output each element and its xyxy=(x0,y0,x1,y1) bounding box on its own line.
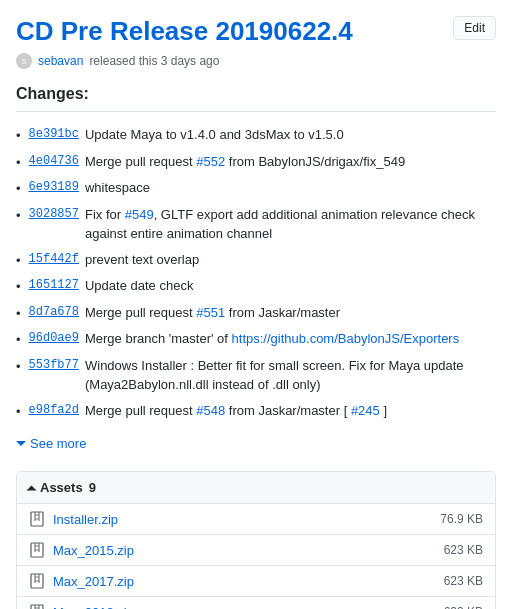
change-item: 8e391bcUpdate Maya to v1.4.0 and 3dsMax … xyxy=(16,122,496,149)
changes-list: 8e391bcUpdate Maya to v1.4.0 and 3dsMax … xyxy=(16,122,496,424)
asset-link[interactable]: Max_2015.zip xyxy=(53,543,134,558)
asset-size: 623 KB xyxy=(444,574,483,588)
assets-count: 9 xyxy=(89,480,96,495)
asset-left: Max_2015.zip xyxy=(29,542,134,558)
commit-hash[interactable]: 6e93189 xyxy=(29,178,79,196)
commit-pr-link[interactable]: #549 xyxy=(125,207,154,222)
change-item: 6e93189whitespace xyxy=(16,175,496,202)
release-meta: s sebavan released this 3 days ago xyxy=(16,53,496,69)
asset-link[interactable]: Max_2017.zip xyxy=(53,574,134,589)
edit-button[interactable]: Edit xyxy=(453,16,496,40)
asset-left: Installer.zip xyxy=(29,511,118,527)
change-item: 4e04736Merge pull request #552 from Baby… xyxy=(16,149,496,176)
commit-message: Merge pull request #548 from Jaskar/mast… xyxy=(85,401,387,421)
avatar: s xyxy=(16,53,32,69)
svg-rect-4 xyxy=(35,518,39,520)
commit-hash[interactable]: 8e391bc xyxy=(29,125,79,143)
assets-list: Installer.zip76.9 KB Max_2015.zip623 KB … xyxy=(17,504,495,609)
commit-pr-link[interactable]: #551 xyxy=(196,305,225,320)
commit-message: Merge pull request #552 from BabylonJS/d… xyxy=(85,152,405,172)
zip-icon xyxy=(29,542,45,558)
asset-link[interactable]: Max_2018.zip xyxy=(53,605,134,610)
commit-message: whitespace xyxy=(85,178,150,198)
assets-label: Assets xyxy=(40,480,83,495)
asset-row: Max_2018.zip623 KB xyxy=(17,597,495,609)
commit-message: Merge pull request #551 from Jaskar/mast… xyxy=(85,303,340,323)
release-time: released this 3 days ago xyxy=(89,54,219,68)
change-item: 3028857Fix for #549, GLTF export add add… xyxy=(16,202,496,247)
asset-left: Max_2017.zip xyxy=(29,573,134,589)
commit-hash[interactable]: e98fa2d xyxy=(29,401,79,419)
asset-row: Installer.zip76.9 KB xyxy=(17,504,495,535)
asset-row: Max_2017.zip623 KB xyxy=(17,566,495,597)
see-more-label: See more xyxy=(30,436,86,451)
assets-header[interactable]: Assets 9 xyxy=(17,472,495,504)
changes-section: Changes: 8e391bcUpdate Maya to v1.4.0 an… xyxy=(16,85,496,455)
commit-hash[interactable]: 96d0ae9 xyxy=(29,329,79,347)
change-item: 553fb77Windows Installer : Better fit fo… xyxy=(16,353,496,398)
commit-hash[interactable]: 3028857 xyxy=(29,205,79,223)
commit-message: Update Maya to v1.4.0 and 3dsMax to v1.5… xyxy=(85,125,344,145)
change-item: e98fa2dMerge pull request #548 from Jask… xyxy=(16,398,496,425)
asset-left: Max_2018.zip xyxy=(29,604,134,609)
commit-hash[interactable]: 1651127 xyxy=(29,276,79,294)
release-title: CD Pre Release 20190622.4 xyxy=(16,16,496,47)
commit-hash[interactable]: 4e04736 xyxy=(29,152,79,170)
changes-title: Changes: xyxy=(16,85,496,112)
commit-pr-link[interactable]: #552 xyxy=(196,154,225,169)
commit-hash[interactable]: 553fb77 xyxy=(29,356,79,374)
asset-link[interactable]: Installer.zip xyxy=(53,512,118,527)
svg-rect-13 xyxy=(35,576,39,578)
commit-pr-link[interactable]: https://github.com/BabylonJS/Exporters xyxy=(232,331,460,346)
asset-size: 623 KB xyxy=(444,543,483,557)
commit-hash[interactable]: 15f442f xyxy=(29,250,79,268)
see-more-icon xyxy=(16,441,26,446)
change-item: 8d7a678Merge pull request #551 from Jask… xyxy=(16,300,496,327)
page-container: Edit CD Pre Release 20190622.4 s sebavan… xyxy=(16,16,496,609)
see-more-toggle[interactable]: See more xyxy=(16,432,496,455)
asset-size: 623 KB xyxy=(444,605,483,609)
commit-hash[interactable]: 8d7a678 xyxy=(29,303,79,321)
svg-rect-9 xyxy=(35,549,39,551)
author-link[interactable]: sebavan xyxy=(38,54,83,68)
commit-message: Update date check xyxy=(85,276,193,296)
asset-row: Max_2015.zip623 KB xyxy=(17,535,495,566)
commit-message: Merge branch 'master' of https://github.… xyxy=(85,329,459,349)
assets-collapse-icon xyxy=(27,485,37,490)
svg-rect-3 xyxy=(35,514,39,516)
commit-message: prevent text overlap xyxy=(85,250,199,270)
svg-rect-8 xyxy=(35,545,39,547)
commit-message: Fix for #549, GLTF export add additional… xyxy=(85,205,496,244)
zip-icon xyxy=(29,604,45,609)
commit-message: Windows Installer : Better fit for small… xyxy=(85,356,496,395)
commit-pr-link[interactable]: #548 xyxy=(196,403,225,418)
zip-icon xyxy=(29,511,45,527)
zip-icon xyxy=(29,573,45,589)
assets-section: Assets 9 Installer.zip76.9 KB Max_2015.z… xyxy=(16,471,496,609)
commit-pr-link2[interactable]: #245 xyxy=(351,403,380,418)
change-item: 1651127Update date check xyxy=(16,273,496,300)
svg-rect-14 xyxy=(35,580,39,582)
asset-size: 76.9 KB xyxy=(440,512,483,526)
change-item: 15f442fprevent text overlap xyxy=(16,247,496,274)
change-item: 96d0ae9Merge branch 'master' of https://… xyxy=(16,326,496,353)
